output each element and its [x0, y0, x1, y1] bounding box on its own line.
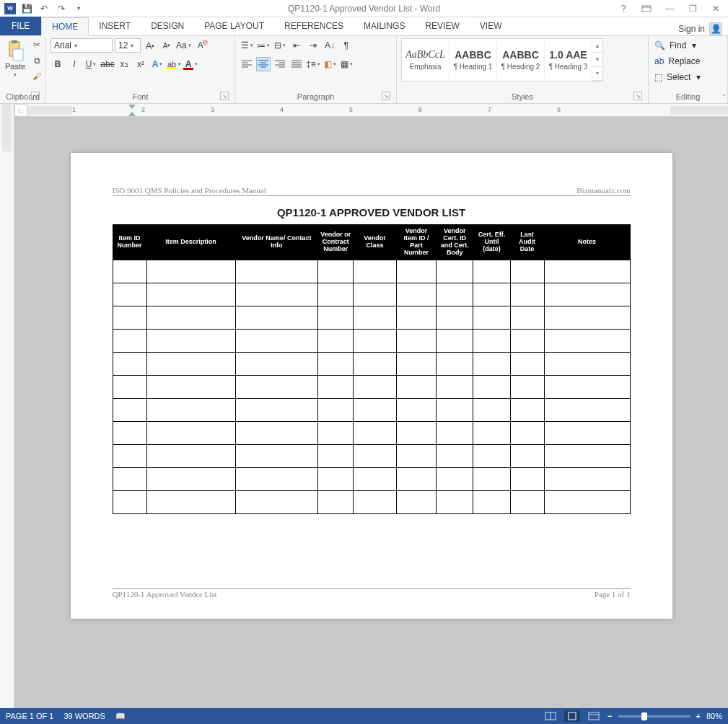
gallery-expand[interactable]: ▾: [592, 67, 602, 81]
justify-button[interactable]: [289, 57, 304, 71]
redo-icon: ↷: [58, 4, 65, 14]
grow-font-button[interactable]: A▴: [143, 38, 157, 53]
ribbon-options-button[interactable]: [639, 2, 654, 15]
tab-selector[interactable]: ∟: [14, 104, 27, 105]
gallery-scroll-down[interactable]: ▼: [592, 53, 602, 66]
undo-icon: ↶: [40, 4, 48, 14]
app-icon: W: [4, 3, 16, 14]
paragraph-launcher[interactable]: ↘: [382, 92, 390, 100]
qat-undo-button[interactable]: ↶: [38, 2, 51, 15]
sort-button[interactable]: A↓: [323, 38, 337, 53]
decrease-indent-button[interactable]: ⇤: [289, 38, 304, 53]
format-painter-icon: 🖌: [32, 71, 41, 81]
restore-button[interactable]: ❐: [685, 2, 701, 15]
replace-icon: ab: [654, 56, 664, 66]
clear-formatting-icon: A⊘: [198, 40, 203, 50]
group-font: Arial▾ 12▾ A▴ A▾ Aa▾ A⊘ B I U▾ abc x₂ x²…: [46, 36, 235, 103]
gallery-scroll-up[interactable]: ▲: [592, 39, 602, 53]
align-right-button[interactable]: [273, 57, 287, 71]
superscript-button[interactable]: x²: [133, 57, 148, 71]
ribbon: Paste ▾ ✂ ⧉ 🖌 Clipboard↘ Arial▾ 12▾ A▴ A…: [0, 36, 728, 104]
ribbon-options-icon: [641, 5, 652, 12]
line-spacing-button[interactable]: ‡≡▾: [306, 57, 320, 71]
bullets-button[interactable]: ☰▾: [240, 38, 254, 53]
close-button[interactable]: ✕: [708, 2, 724, 15]
tab-file[interactable]: FILE: [0, 17, 41, 35]
svg-rect-4: [13, 49, 23, 61]
paste-button[interactable]: Paste ▾: [4, 38, 26, 78]
highlight-icon: ab: [167, 60, 177, 69]
select-button[interactable]: ⬚Select▾: [653, 70, 702, 84]
bold-button[interactable]: B: [51, 57, 65, 71]
shading-button[interactable]: ◧▾: [323, 57, 337, 71]
clipboard-launcher[interactable]: ↘: [31, 92, 40, 100]
align-left-icon: [242, 60, 252, 69]
save-icon: 💾: [22, 4, 32, 14]
change-case-button[interactable]: Aa▾: [176, 38, 191, 53]
borders-button[interactable]: ▦▾: [339, 57, 354, 71]
subscript-button[interactable]: x₂: [117, 57, 131, 71]
replace-button[interactable]: abReplace: [653, 54, 701, 69]
styles-launcher[interactable]: ↘: [633, 92, 642, 100]
style--heading-2[interactable]: AABBC¶ Heading 2: [497, 39, 545, 81]
italic-button[interactable]: I: [67, 57, 82, 71]
sign-in-link[interactable]: Sign in: [678, 24, 705, 34]
find-button[interactable]: 🔍Find▾: [653, 38, 698, 53]
multilevel-icon: ⊟: [274, 40, 281, 50]
font-color-icon: A: [183, 59, 193, 70]
format-painter-button[interactable]: 🖌: [30, 70, 43, 83]
find-icon: 🔍: [654, 40, 665, 50]
svg-rect-3: [12, 40, 17, 43]
user-avatar[interactable]: 👤: [709, 22, 722, 35]
align-left-button[interactable]: [240, 57, 254, 71]
style--heading-1[interactable]: AABBC¶ Heading 1: [449, 39, 497, 81]
style--heading-3[interactable]: 1.0 AAE¶ Heading 3: [545, 39, 592, 81]
help-button[interactable]: ?: [615, 2, 631, 15]
minimize-button[interactable]: —: [662, 2, 677, 15]
group-styles: AaBbCcLEmphasisAABBC¶ Heading 1AABBC¶ He…: [397, 36, 649, 103]
text-effects-button[interactable]: A▾: [150, 57, 165, 71]
select-icon: ⬚: [654, 72, 662, 82]
outdent-icon: ⇤: [293, 40, 300, 50]
spacing-icon: ‡≡: [306, 59, 316, 69]
strikethrough-button[interactable]: abc: [100, 57, 115, 71]
font-size-combo[interactable]: 12▾: [115, 38, 141, 53]
highlight-button[interactable]: ab▾: [167, 57, 181, 71]
show-marks-button[interactable]: ¶: [339, 38, 354, 53]
clear-formatting-button[interactable]: A⊘: [193, 38, 208, 53]
pilcrow-icon: ¶: [344, 40, 348, 50]
cut-button[interactable]: ✂: [30, 38, 43, 51]
collapse-ribbon-button[interactable]: ˆ: [723, 94, 725, 101]
font-launcher[interactable]: ↘: [220, 92, 229, 100]
tab-design[interactable]: DESIGN: [141, 17, 194, 35]
multilevel-button[interactable]: ⊟▾: [273, 38, 287, 53]
tab-references[interactable]: REFERENCES: [274, 17, 354, 35]
align-center-icon: [258, 60, 268, 69]
tab-insert[interactable]: INSERT: [89, 17, 141, 35]
qat-customize-button[interactable]: ▾: [72, 2, 85, 15]
qat-redo-button[interactable]: ↷: [55, 2, 68, 15]
styles-gallery[interactable]: AaBbCcLEmphasisAABBC¶ Heading 1AABBC¶ He…: [401, 38, 603, 81]
shrink-font-button[interactable]: A▾: [159, 38, 174, 53]
align-center-button[interactable]: [256, 57, 271, 71]
font-color-button[interactable]: A▾: [183, 57, 198, 71]
increase-indent-button[interactable]: ⇥: [306, 38, 320, 53]
justify-icon: [291, 60, 302, 69]
style-emphasis[interactable]: AaBbCcLEmphasis: [402, 39, 449, 81]
ribbon-tabs: FILE HOMEINSERTDESIGNPAGE LAYOUTREFERENC…: [0, 17, 728, 36]
borders-icon: ▦: [341, 59, 348, 69]
font-name-combo[interactable]: Arial▾: [51, 38, 113, 53]
tab-review[interactable]: REVIEW: [415, 17, 469, 35]
shading-icon: ◧: [324, 59, 332, 69]
paste-icon: [4, 40, 26, 61]
tab-mailings[interactable]: MAILINGS: [354, 17, 415, 35]
group-clipboard: Paste ▾ ✂ ⧉ 🖌 Clipboard↘: [0, 36, 46, 103]
underline-button[interactable]: U▾: [84, 57, 98, 71]
copy-button[interactable]: ⧉: [30, 54, 43, 67]
numbering-button[interactable]: ≔▾: [256, 38, 271, 53]
qat-save-button[interactable]: 💾: [20, 2, 33, 15]
tab-view[interactable]: VIEW: [470, 17, 512, 35]
tab-page-layout[interactable]: PAGE LAYOUT: [194, 17, 274, 35]
tab-home[interactable]: HOME: [41, 17, 89, 36]
copy-icon: ⧉: [34, 56, 40, 66]
